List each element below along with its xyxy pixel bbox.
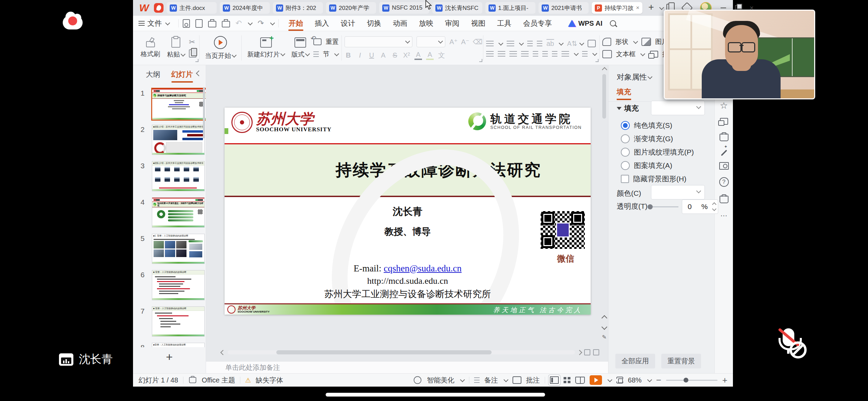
resource-search-icon[interactable] bbox=[719, 162, 729, 170]
clear-format-icon[interactable]: ⌫ bbox=[473, 38, 480, 46]
slide-editor[interactable]: 苏州大学 SOOCHOW UNIVERSITY 轨道交通学院 SCHOOL OF… bbox=[225, 108, 591, 315]
line-spacing-chevron-icon[interactable] bbox=[574, 51, 579, 56]
spacing-increase-icon[interactable] bbox=[542, 51, 548, 57]
zoom-slider[interactable] bbox=[666, 380, 718, 381]
dialog-launcher-icon[interactable] bbox=[595, 59, 599, 62]
paste-button[interactable]: 粘贴 bbox=[164, 36, 188, 60]
next-slide-button[interactable] bbox=[601, 324, 607, 330]
thumbnail-item-8[interactable]: 8 ■背景：人工智能驱动的故障诊断 bbox=[133, 343, 206, 347]
normal-view-button[interactable] bbox=[550, 376, 559, 384]
decrease-font-icon[interactable]: A⁻ bbox=[461, 38, 469, 46]
cut-icon[interactable]: ✂ bbox=[189, 38, 196, 46]
smartart-convert-icon[interactable] bbox=[588, 40, 596, 47]
thumbnail-item-4[interactable]: 4 知识积累VS灾难性遗忘：持续学习故障诊断方法研究 bbox=[133, 197, 206, 229]
option-pattern-fill[interactable]: 图案填充(A) bbox=[621, 161, 672, 170]
horizontal-scrollbar[interactable] bbox=[221, 349, 599, 355]
spin-down-icon[interactable] bbox=[712, 207, 716, 211]
decrease-indent-icon[interactable] bbox=[527, 41, 533, 46]
spin-up-icon[interactable] bbox=[712, 202, 716, 207]
new-tab-button[interactable]: + bbox=[648, 2, 654, 13]
doc-tab-3[interactable]: W附件3：202 bbox=[273, 2, 323, 14]
thumbnail-item-7[interactable]: 7 ■ 背景：人工智能驱动的故障诊断 bbox=[133, 306, 206, 338]
tab-view[interactable]: 视图 bbox=[465, 16, 491, 31]
doc-tab-5[interactable]: WNSFC 2015 bbox=[379, 2, 429, 14]
doc-tab-6[interactable]: W沈长青NSFC bbox=[432, 2, 482, 14]
doc-tab-1[interactable]: W主件.docx bbox=[167, 2, 217, 14]
bold-button[interactable]: B bbox=[345, 51, 352, 59]
bullets-chevron-icon[interactable] bbox=[498, 40, 503, 45]
comments-button[interactable]: 批注 bbox=[526, 376, 540, 385]
italic-button[interactable]: I bbox=[356, 51, 364, 59]
wps-logo-icon[interactable]: W bbox=[139, 2, 149, 14]
justify-icon[interactable] bbox=[521, 51, 529, 57]
fit-width-button[interactable] bbox=[584, 349, 590, 355]
copy-style-icon[interactable] bbox=[720, 118, 728, 125]
doc-tab-8[interactable]: W2021申请书 bbox=[539, 2, 589, 14]
tab-slides[interactable]: 幻灯片 bbox=[171, 68, 194, 81]
slide-thumbnail-7[interactable]: ■ 背景：人工智能驱动的故障诊断 bbox=[152, 306, 205, 337]
doc-tab-4[interactable]: W2020年产学 bbox=[326, 2, 376, 14]
favorites-star-icon[interactable]: ☆ bbox=[719, 101, 729, 110]
scroll-left-icon[interactable] bbox=[220, 350, 226, 355]
textbox-button[interactable]: 文本框 bbox=[602, 50, 644, 59]
underline-button[interactable]: U bbox=[368, 51, 375, 59]
tab-close-icon[interactable]: × bbox=[636, 4, 639, 11]
text-direction-icon[interactable]: A⇅ bbox=[567, 39, 575, 48]
zoom-chevron-icon[interactable] bbox=[647, 377, 652, 382]
pinyin-button[interactable]: 文 bbox=[438, 51, 445, 60]
fill-tab[interactable]: 填充 bbox=[617, 87, 631, 100]
spacing-decrease-icon[interactable] bbox=[552, 51, 557, 57]
dialog-launcher-icon[interactable] bbox=[479, 59, 482, 62]
more-options-icon[interactable]: ⋯ bbox=[719, 211, 729, 220]
print-preview-icon[interactable] bbox=[222, 21, 230, 27]
scroll-right-icon[interactable] bbox=[577, 350, 582, 355]
export-icon[interactable] bbox=[195, 19, 203, 28]
slide-thumbnail-5[interactable]: ■1. 背景：人工智能驱动的故障诊断 bbox=[152, 234, 205, 264]
undo-chevron-icon[interactable] bbox=[248, 20, 253, 25]
notes-button[interactable]: 备注 bbox=[484, 376, 498, 385]
email-link[interactable]: cqshen@suda.edu.cn bbox=[384, 263, 461, 274]
tab-transitions[interactable]: 切换 bbox=[361, 16, 387, 31]
tab-outline[interactable]: 大纲 bbox=[145, 68, 161, 81]
vertical-scroll-thumb[interactable] bbox=[602, 74, 606, 119]
section-button[interactable]: 节 bbox=[313, 50, 339, 59]
distribute-icon[interactable] bbox=[533, 51, 538, 57]
fill-style-select[interactable] bbox=[651, 101, 705, 115]
tab-home[interactable]: 开始 bbox=[283, 16, 309, 31]
tab-slideshow[interactable]: 放映 bbox=[413, 16, 439, 31]
superscript-button[interactable]: X² bbox=[403, 51, 410, 59]
option-picture-fill[interactable]: 图片或纹理填充(P) bbox=[621, 147, 694, 157]
wps-ai-entry[interactable]: WPS AI bbox=[568, 20, 602, 27]
doc-tab-active-presentation[interactable]: P持续学习故× bbox=[592, 2, 642, 14]
thumbnail-item-3[interactable]: 3 ■团队介绍：苏州大学工业测控与设备诊断技术研究所 bbox=[133, 161, 206, 193]
thumbnails-scrollbar[interactable] bbox=[203, 87, 205, 138]
thumbnail-item-6[interactable]: 6 ■ 背景：人工智能驱动的故障诊断 bbox=[133, 270, 206, 302]
slide-thumbnail-1[interactable]: 持续学习故障诊断方法研究 bbox=[151, 88, 206, 121]
slide-sorter-view-button[interactable] bbox=[564, 377, 570, 383]
save-icon[interactable] bbox=[183, 19, 190, 28]
option-hide-background[interactable]: 隐藏背景图形(H) bbox=[621, 174, 686, 184]
character-spacing-icon[interactable]: ab bbox=[546, 40, 554, 48]
play-from-current-button[interactable]: 当页开始 bbox=[202, 35, 239, 61]
zoom-slider-handle[interactable] bbox=[684, 378, 688, 382]
play-mode-chevron-icon[interactable] bbox=[607, 377, 612, 382]
notes-chevron-icon[interactable] bbox=[504, 377, 508, 382]
copy-icon[interactable] bbox=[189, 49, 196, 58]
skin-theme-icon[interactable] bbox=[720, 196, 728, 203]
transparency-slider[interactable] bbox=[649, 206, 678, 207]
template-store-icon[interactable] bbox=[720, 134, 728, 141]
color-select[interactable] bbox=[651, 185, 705, 199]
reset-button[interactable]: 重置 bbox=[313, 37, 339, 46]
new-slide-button[interactable]: 新建幻灯片 bbox=[244, 37, 287, 60]
tab-list-chevron-icon[interactable] bbox=[659, 5, 664, 10]
redo-icon[interactable]: ↷ bbox=[257, 19, 264, 28]
thumbnail-item-5[interactable]: 5 ■1. 背景：人工智能驱动的故障诊断 bbox=[133, 234, 206, 265]
panel-title[interactable]: 对象属性 bbox=[617, 72, 652, 82]
fill-section-header[interactable]: 填充 bbox=[617, 104, 639, 113]
bullets-icon[interactable] bbox=[486, 41, 494, 46]
direction-chevron-icon[interactable] bbox=[579, 40, 584, 45]
notes-bar[interactable]: 单击此处添加备注 bbox=[206, 361, 608, 373]
print-icon[interactable] bbox=[208, 21, 216, 27]
tab-review[interactable]: 审阅 bbox=[439, 16, 465, 31]
doc-tab-7[interactable]: W1.面上项目- bbox=[485, 2, 535, 14]
